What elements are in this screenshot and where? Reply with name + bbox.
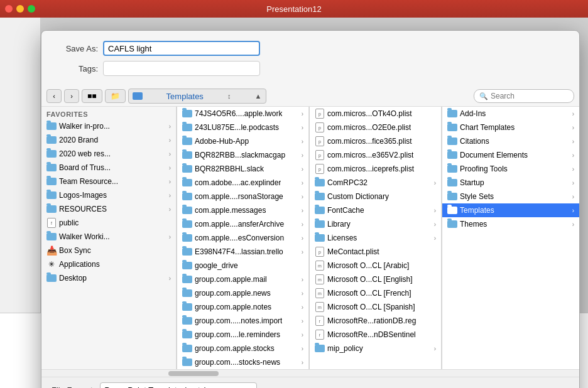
favorites-item-desktop[interactable]: Desktop ›: [41, 271, 176, 285]
favorites-item-walker-in-pro[interactable]: Walker in-pro... ›: [41, 119, 176, 133]
col3-item-chart-templates[interactable]: Chart Templates ›: [442, 121, 579, 134]
col1-item[interactable]: group.com.apple.news ›: [177, 286, 308, 300]
col1-item[interactable]: com.adobe....ac.explinder ›: [177, 176, 308, 190]
col1-item[interactable]: google_drive: [177, 259, 308, 272]
col2-item-custom-dictionary[interactable]: Custom Dictionary: [310, 190, 441, 203]
forward-button[interactable]: ›: [64, 89, 79, 103]
col1-item[interactable]: group.com.apple.stocks ›: [177, 342, 308, 355]
save-as-row: Save As:: [54, 41, 567, 56]
favorites-item-2020-web-res[interactable]: 2020 web res... ›: [41, 147, 176, 161]
col3-item-label: Document Elements: [460, 151, 528, 159]
col3-item-document-elements[interactable]: Document Elements ›: [442, 148, 579, 162]
col1-item[interactable]: group.com....stocks-news ›: [177, 355, 308, 369]
maximize-button[interactable]: [28, 5, 35, 13]
col1-item[interactable]: group.com.....notes.import ›: [177, 314, 308, 328]
col2-item-fontcache[interactable]: FontCache ›: [310, 203, 441, 217]
col1-item-label: google_drive: [195, 261, 238, 270]
col2-item-label: Microsoft O...CL [French]: [327, 289, 411, 298]
col1-item[interactable]: BQR82RBB...slackmacgap ›: [177, 148, 308, 162]
format-select[interactable]: PowerPoint Template (.potx) PowerPoint P…: [100, 382, 257, 388]
col2-item[interactable]: m Microsoft O...CL [English]: [310, 272, 441, 286]
col3-item-templates[interactable]: Templates ›: [442, 203, 579, 217]
chevron-icon: ›: [169, 151, 171, 158]
action-button[interactable]: 📁: [105, 89, 126, 103]
col2-item[interactable]: m Microsoft O...CL [French]: [310, 286, 441, 300]
col1-item[interactable]: BQR82RBBHL.slack ›: [177, 162, 308, 176]
view-toggle[interactable]: ■■: [82, 89, 102, 103]
col1-item[interactable]: 243LU875E...le.podcasts ›: [177, 121, 308, 134]
favorites-item-applications[interactable]: ✳ Applications: [41, 257, 176, 271]
col2-item[interactable]: p com.micros...iceprefs.plist: [310, 162, 441, 176]
favorites-item-public[interactable]: f public: [41, 216, 176, 230]
chevron-icon: ›: [572, 193, 574, 200]
col2-item[interactable]: p com.micros...fice365.plist: [310, 134, 441, 148]
col2-item-label: MeContact.plist: [327, 247, 379, 256]
favorites-item-label: public: [59, 218, 79, 227]
col1-item[interactable]: com.apple.messages ›: [177, 203, 308, 217]
col1-item-label: com.apple....ansferArchive: [195, 220, 284, 229]
favorites-item-team-resource[interactable]: Team Resource... ›: [41, 175, 176, 188]
col3-item-themes[interactable]: Themes ›: [442, 217, 579, 231]
favorites-item-walker-worki[interactable]: Walker Worki... ›: [41, 230, 176, 244]
chevron-icon: ›: [169, 206, 171, 213]
back-button[interactable]: ‹: [46, 89, 62, 103]
col1-item[interactable]: 74JS4O5R6....apple.lwork ›: [177, 107, 308, 121]
col2-item[interactable]: m Microsoft O...CL [Arabic]: [310, 259, 441, 272]
search-box[interactable]: 🔍: [474, 89, 574, 103]
favorites-item-box-sync[interactable]: 📥 Box Sync: [41, 244, 176, 257]
col3-item-citations[interactable]: Citations ›: [442, 134, 579, 148]
col2-item-label: FontCache: [327, 206, 364, 215]
col2-item[interactable]: p com.micros...OTk4O.plist: [310, 107, 441, 121]
location-up[interactable]: ▲: [255, 92, 262, 100]
col1-item[interactable]: group.com....le.reminders ›: [177, 328, 308, 342]
col2-item[interactable]: p com.micros...e365V2.plist: [310, 148, 441, 162]
col1-item[interactable]: com.apple....rsonaStorage ›: [177, 190, 308, 203]
scroll-thumb[interactable]: [168, 371, 219, 376]
col2-item[interactable]: m Microsoft O...CL [Spanish]: [310, 300, 441, 314]
col1-item[interactable]: group.com.apple.mail ›: [177, 272, 308, 286]
favorites-item-board-of-trus[interactable]: Board of Trus... ›: [41, 161, 176, 175]
col2-item-mip-policy[interactable]: mip_policy ›: [310, 342, 441, 355]
col2-item-library[interactable]: Library ›: [310, 217, 441, 231]
col1-item[interactable]: Adobe-Hub-App ›: [177, 134, 308, 148]
col2-item-licenses[interactable]: Licenses ›: [310, 231, 441, 245]
horizontal-scrollbar[interactable]: [41, 369, 579, 377]
col2-item-comprpc32[interactable]: ComRPC32 ›: [310, 176, 441, 190]
search-input[interactable]: [491, 92, 569, 100]
favorites-item-2020-brand[interactable]: 2020 Brand ›: [41, 133, 176, 147]
col3-item-proofing-tools[interactable]: Proofing Tools ›: [442, 162, 579, 176]
col3-item-add-ins[interactable]: Add-Ins ›: [442, 107, 579, 121]
save-as-input[interactable]: [103, 41, 260, 56]
location-dropdown[interactable]: Templates ↕ ▲: [128, 89, 266, 104]
col1-item-label: Adobe-Hub-App: [195, 137, 249, 146]
col1-item[interactable]: group.com.apple.notes ›: [177, 300, 308, 314]
favorites-item-label: Board of Trus...: [59, 163, 111, 172]
col2-item-label: com.micros...fice365.plist: [327, 137, 412, 146]
col3-item-style-sets[interactable]: Style Sets ›: [442, 190, 579, 203]
col2-item[interactable]: r MicrosoftRe...nDBSentinel: [310, 328, 441, 342]
col1-item[interactable]: E398N47F4...lassian.trello ›: [177, 245, 308, 259]
favorites-item-logos-images[interactable]: Logos-Images ›: [41, 188, 176, 202]
col3-item-label: Templates: [460, 206, 494, 215]
format-select-wrapper: PowerPoint Template (.potx) PowerPoint P…: [100, 382, 257, 388]
location-folder-icon: [133, 92, 143, 100]
col1-item-label: com.apple.messages: [195, 206, 266, 215]
favorites-item-resources[interactable]: RESOURCES ›: [41, 202, 176, 216]
format-row: File Format: PowerPoint Template (.potx)…: [52, 382, 569, 388]
col2-item[interactable]: p com.micros...O2E0e.plist: [310, 121, 441, 134]
col1-item-label: com.apple....rsonaStorage: [195, 192, 283, 201]
col2-item[interactable]: p MeContact.plist: [310, 245, 441, 259]
window-title: Presentation12: [266, 4, 321, 14]
col3-item-startup[interactable]: Startup ›: [442, 176, 579, 190]
col1-item[interactable]: com.apple....esConversion ›: [177, 231, 308, 245]
close-button[interactable]: [5, 5, 13, 13]
column-pane-3: Add-Ins › Chart Templates › Citations › …: [442, 107, 579, 369]
chevron-icon: ›: [572, 152, 574, 159]
col1-item[interactable]: com.apple....ansferArchive ›: [177, 217, 308, 231]
chevron-icon: ›: [434, 345, 436, 352]
column-pane-1: 74JS4O5R6....apple.lwork › 243LU875E...l…: [177, 107, 309, 369]
col3-item-label: Add-Ins: [460, 109, 486, 118]
tags-input[interactable]: [103, 61, 260, 76]
col2-item[interactable]: r MicrosoftRe...rationDB.reg: [310, 314, 441, 328]
minimize-button[interactable]: [16, 5, 24, 13]
